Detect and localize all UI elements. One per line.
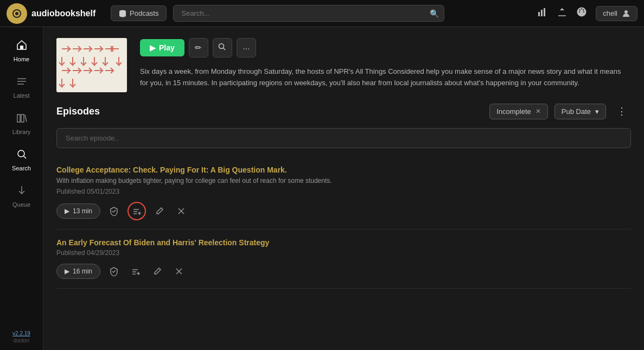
play-triangle-icon: ▶ — [150, 43, 156, 52]
episode-remove-button[interactable] — [173, 203, 189, 219]
svg-line-17 — [224, 48, 226, 50]
episodes-section: Episodes Incomplete ✕ Pub Date ▾ ⋮ Colle… — [43, 103, 644, 302]
episode-bookmark-button[interactable] — [106, 203, 122, 219]
pencil-icon — [155, 207, 164, 215]
play-button[interactable]: ▶ Play — [140, 39, 184, 56]
episode-published: Published 05/01/2023 — [56, 188, 631, 195]
sidebar: Home Latest Library — [0, 27, 43, 350]
close-icon — [175, 267, 183, 276]
episode-play-button[interactable]: ▶ 13 min — [56, 203, 100, 219]
close-icon — [177, 207, 186, 215]
sidebar-item-queue[interactable]: Queue — [3, 178, 41, 214]
podcast-info: ▶ Play ✏ — [140, 38, 631, 89]
sidebar-item-queue-label: Queue — [12, 201, 30, 208]
shield-check-icon — [109, 266, 119, 276]
podcast-description: Six days a week, from Monday through Sat… — [140, 66, 631, 89]
app-logo — [7, 3, 27, 24]
episode-edit-button[interactable] — [151, 203, 168, 219]
podcast-header: ▶ Play ✏ — [43, 27, 644, 103]
version-link[interactable]: v2.2.19 — [12, 330, 30, 336]
svg-point-1 — [15, 12, 18, 15]
podcasts-button[interactable]: Podcasts — [111, 5, 167, 21]
database-icon — [119, 10, 126, 17]
filter-chip-incomplete[interactable]: Incomplete ✕ — [489, 104, 548, 119]
sidebar-bottom: v2.2.19 docker — [12, 330, 30, 350]
sidebar-item-latest-label: Latest — [14, 92, 30, 99]
ep-play-icon: ▶ — [65, 268, 69, 275]
svg-point-7 — [624, 10, 628, 14]
sort-label: Pub Date — [562, 107, 591, 116]
queue-icon — [16, 184, 28, 199]
episodes-header: Episodes Incomplete ✕ Pub Date ▾ ⋮ — [56, 103, 631, 119]
edit-button[interactable]: ✏ — [189, 38, 208, 58]
add-queue-icon — [131, 266, 141, 276]
episode-play-button[interactable]: ▶ 16 min — [56, 264, 100, 279]
user-icon — [622, 9, 630, 18]
search-icon: 🔍 — [430, 9, 439, 18]
latest-icon — [16, 75, 28, 90]
stats-icon-button[interactable] — [537, 7, 548, 20]
gear-icon — [576, 7, 587, 17]
settings-icon-button[interactable] — [576, 7, 587, 20]
episode-published: Published 04/29/2023 — [56, 249, 631, 257]
cover-svg — [56, 38, 127, 92]
chevron-down-icon: ▾ — [595, 107, 599, 116]
episode-bookmark-button[interactable] — [106, 263, 122, 279]
logo-area: audiobookshelf — [7, 3, 104, 24]
upload-icon — [557, 7, 568, 17]
edit-icon: ✏ — [195, 43, 202, 53]
user-menu[interactable]: chell — [596, 6, 637, 21]
docker-label: docker — [13, 338, 29, 343]
episode-search-input[interactable] — [56, 128, 631, 148]
more-icon: ··· — [243, 43, 250, 53]
episode-remove-button[interactable] — [171, 263, 187, 279]
more-button[interactable]: ··· — [237, 38, 256, 58]
filter-close-icon[interactable]: ✕ — [535, 107, 541, 115]
episode-item: College Acceptance: Check. Paying For It… — [56, 157, 631, 230]
add-queue-button[interactable] — [127, 263, 144, 279]
app-title: audiobookshelf — [31, 9, 95, 18]
library-icon — [16, 112, 28, 126]
svg-rect-5 — [544, 8, 545, 16]
sort-dropdown[interactable]: Pub Date ▾ — [554, 104, 606, 119]
episodes-more-button[interactable]: ⋮ — [613, 103, 631, 119]
top-navigation: audiobookshelf Podcasts 🔍 — [0, 0, 644, 27]
episode-duration: 13 min — [73, 207, 92, 215]
action-bar: ▶ Play ✏ — [140, 38, 631, 58]
podcasts-label: Podcasts — [130, 9, 158, 17]
svg-point-13 — [18, 150, 24, 157]
episode-title: An Early Forecast Of Biden and Harris' R… — [56, 238, 631, 247]
svg-rect-12 — [21, 114, 24, 122]
svg-rect-11 — [17, 114, 20, 122]
global-search: 🔍 — [173, 5, 444, 22]
upload-icon-button[interactable] — [557, 7, 568, 20]
episode-controls: ▶ 16 min — [56, 263, 631, 279]
search-icon-btn — [218, 43, 226, 53]
sidebar-item-home[interactable]: Home — [3, 33, 41, 69]
sidebar-item-search-label: Search — [12, 165, 31, 171]
episode-controls: ▶ 13 min — [56, 202, 631, 220]
filter-label: Incomplete — [496, 107, 531, 116]
user-name: chell — [603, 9, 617, 17]
main-layout: Home Latest Library — [0, 27, 644, 350]
episodes-more-icon: ⋮ — [617, 106, 627, 117]
play-label: Play — [159, 43, 175, 52]
add-to-queue-highlighted[interactable] — [127, 202, 146, 220]
search-sidebar-icon — [16, 148, 28, 163]
sidebar-item-library[interactable]: Library — [3, 105, 41, 142]
add-queue-icon — [132, 206, 142, 216]
sidebar-item-library-label: Library — [12, 129, 31, 135]
search-input[interactable] — [173, 5, 444, 22]
search-button[interactable] — [213, 38, 232, 58]
podcast-cover-art — [56, 38, 127, 92]
ep-play-icon: ▶ — [65, 207, 69, 215]
add-queue-button[interactable] — [132, 206, 142, 216]
main-content: ▶ Play ✏ — [43, 27, 644, 350]
episode-item: An Early Forecast Of Biden and Harris' R… — [56, 230, 631, 289]
sidebar-item-search[interactable]: Search — [3, 142, 41, 178]
svg-rect-4 — [541, 10, 543, 16]
svg-line-14 — [23, 156, 26, 159]
sidebar-item-latest[interactable]: Latest — [3, 69, 41, 105]
pencil-icon — [153, 267, 162, 276]
episode-edit-button[interactable] — [149, 263, 165, 279]
